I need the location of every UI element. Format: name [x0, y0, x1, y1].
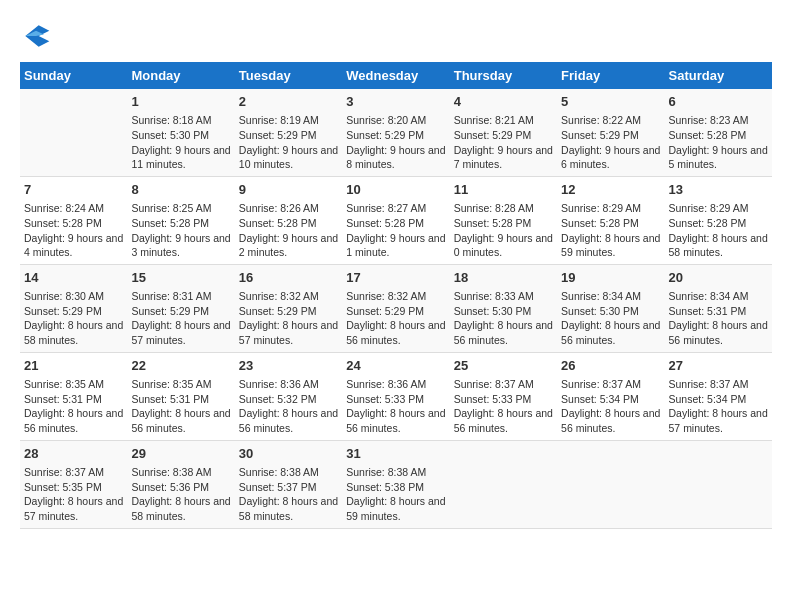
day-detail: Sunrise: 8:18 AMSunset: 5:30 PMDaylight:…: [131, 113, 230, 172]
logo: [20, 20, 54, 52]
day-number: 6: [669, 93, 768, 111]
day-detail: Sunrise: 8:24 AMSunset: 5:28 PMDaylight:…: [24, 201, 123, 260]
day-number: 22: [131, 357, 230, 375]
page-header: [20, 20, 772, 52]
day-detail: Sunrise: 8:31 AMSunset: 5:29 PMDaylight:…: [131, 289, 230, 348]
day-detail: Sunrise: 8:23 AMSunset: 5:28 PMDaylight:…: [669, 113, 768, 172]
day-number: 2: [239, 93, 338, 111]
calendar-cell: 30Sunrise: 8:38 AMSunset: 5:37 PMDayligh…: [235, 440, 342, 528]
day-detail: Sunrise: 8:37 AMSunset: 5:34 PMDaylight:…: [669, 377, 768, 436]
calendar-cell: 15Sunrise: 8:31 AMSunset: 5:29 PMDayligh…: [127, 264, 234, 352]
calendar-cell: 24Sunrise: 8:36 AMSunset: 5:33 PMDayligh…: [342, 352, 449, 440]
calendar-cell: 16Sunrise: 8:32 AMSunset: 5:29 PMDayligh…: [235, 264, 342, 352]
calendar-week-row: 1Sunrise: 8:18 AMSunset: 5:30 PMDaylight…: [20, 89, 772, 176]
day-detail: Sunrise: 8:35 AMSunset: 5:31 PMDaylight:…: [24, 377, 123, 436]
day-number: 26: [561, 357, 660, 375]
calendar-cell: [20, 89, 127, 176]
day-detail: Sunrise: 8:34 AMSunset: 5:30 PMDaylight:…: [561, 289, 660, 348]
calendar-cell: 10Sunrise: 8:27 AMSunset: 5:28 PMDayligh…: [342, 176, 449, 264]
calendar-cell: 27Sunrise: 8:37 AMSunset: 5:34 PMDayligh…: [665, 352, 772, 440]
calendar-cell: [557, 440, 664, 528]
calendar-week-row: 14Sunrise: 8:30 AMSunset: 5:29 PMDayligh…: [20, 264, 772, 352]
calendar-cell: 26Sunrise: 8:37 AMSunset: 5:34 PMDayligh…: [557, 352, 664, 440]
day-detail: Sunrise: 8:37 AMSunset: 5:33 PMDaylight:…: [454, 377, 553, 436]
weekday-header-monday: Monday: [127, 62, 234, 89]
calendar-cell: 6Sunrise: 8:23 AMSunset: 5:28 PMDaylight…: [665, 89, 772, 176]
day-detail: Sunrise: 8:38 AMSunset: 5:38 PMDaylight:…: [346, 465, 445, 524]
day-detail: Sunrise: 8:32 AMSunset: 5:29 PMDaylight:…: [346, 289, 445, 348]
day-number: 9: [239, 181, 338, 199]
day-detail: Sunrise: 8:38 AMSunset: 5:37 PMDaylight:…: [239, 465, 338, 524]
day-number: 4: [454, 93, 553, 111]
day-number: 3: [346, 93, 445, 111]
day-number: 31: [346, 445, 445, 463]
calendar-cell: 19Sunrise: 8:34 AMSunset: 5:30 PMDayligh…: [557, 264, 664, 352]
day-detail: Sunrise: 8:27 AMSunset: 5:28 PMDaylight:…: [346, 201, 445, 260]
calendar-week-row: 7Sunrise: 8:24 AMSunset: 5:28 PMDaylight…: [20, 176, 772, 264]
day-detail: Sunrise: 8:25 AMSunset: 5:28 PMDaylight:…: [131, 201, 230, 260]
weekday-header-sunday: Sunday: [20, 62, 127, 89]
day-number: 19: [561, 269, 660, 287]
calendar-cell: [665, 440, 772, 528]
day-number: 12: [561, 181, 660, 199]
day-number: 21: [24, 357, 123, 375]
day-detail: Sunrise: 8:33 AMSunset: 5:30 PMDaylight:…: [454, 289, 553, 348]
day-number: 10: [346, 181, 445, 199]
day-number: 8: [131, 181, 230, 199]
day-detail: Sunrise: 8:38 AMSunset: 5:36 PMDaylight:…: [131, 465, 230, 524]
day-number: 16: [239, 269, 338, 287]
calendar-cell: 1Sunrise: 8:18 AMSunset: 5:30 PMDaylight…: [127, 89, 234, 176]
day-detail: Sunrise: 8:26 AMSunset: 5:28 PMDaylight:…: [239, 201, 338, 260]
calendar-cell: 23Sunrise: 8:36 AMSunset: 5:32 PMDayligh…: [235, 352, 342, 440]
day-detail: Sunrise: 8:21 AMSunset: 5:29 PMDaylight:…: [454, 113, 553, 172]
calendar-cell: 21Sunrise: 8:35 AMSunset: 5:31 PMDayligh…: [20, 352, 127, 440]
calendar-table: SundayMondayTuesdayWednesdayThursdayFrid…: [20, 62, 772, 529]
calendar-cell: 9Sunrise: 8:26 AMSunset: 5:28 PMDaylight…: [235, 176, 342, 264]
calendar-cell: 3Sunrise: 8:20 AMSunset: 5:29 PMDaylight…: [342, 89, 449, 176]
calendar-cell: [450, 440, 557, 528]
day-number: 27: [669, 357, 768, 375]
day-number: 5: [561, 93, 660, 111]
weekday-header-row: SundayMondayTuesdayWednesdayThursdayFrid…: [20, 62, 772, 89]
day-detail: Sunrise: 8:20 AMSunset: 5:29 PMDaylight:…: [346, 113, 445, 172]
day-number: 18: [454, 269, 553, 287]
day-detail: Sunrise: 8:34 AMSunset: 5:31 PMDaylight:…: [669, 289, 768, 348]
day-number: 13: [669, 181, 768, 199]
day-number: 30: [239, 445, 338, 463]
calendar-cell: 28Sunrise: 8:37 AMSunset: 5:35 PMDayligh…: [20, 440, 127, 528]
calendar-cell: 5Sunrise: 8:22 AMSunset: 5:29 PMDaylight…: [557, 89, 664, 176]
day-detail: Sunrise: 8:37 AMSunset: 5:35 PMDaylight:…: [24, 465, 123, 524]
day-number: 20: [669, 269, 768, 287]
weekday-header-thursday: Thursday: [450, 62, 557, 89]
weekday-header-saturday: Saturday: [665, 62, 772, 89]
calendar-cell: 7Sunrise: 8:24 AMSunset: 5:28 PMDaylight…: [20, 176, 127, 264]
calendar-cell: 22Sunrise: 8:35 AMSunset: 5:31 PMDayligh…: [127, 352, 234, 440]
calendar-cell: 12Sunrise: 8:29 AMSunset: 5:28 PMDayligh…: [557, 176, 664, 264]
calendar-cell: 4Sunrise: 8:21 AMSunset: 5:29 PMDaylight…: [450, 89, 557, 176]
day-number: 17: [346, 269, 445, 287]
calendar-cell: 25Sunrise: 8:37 AMSunset: 5:33 PMDayligh…: [450, 352, 557, 440]
day-detail: Sunrise: 8:29 AMSunset: 5:28 PMDaylight:…: [561, 201, 660, 260]
calendar-cell: 11Sunrise: 8:28 AMSunset: 5:28 PMDayligh…: [450, 176, 557, 264]
day-detail: Sunrise: 8:32 AMSunset: 5:29 PMDaylight:…: [239, 289, 338, 348]
day-number: 29: [131, 445, 230, 463]
day-detail: Sunrise: 8:30 AMSunset: 5:29 PMDaylight:…: [24, 289, 123, 348]
calendar-cell: 8Sunrise: 8:25 AMSunset: 5:28 PMDaylight…: [127, 176, 234, 264]
calendar-week-row: 21Sunrise: 8:35 AMSunset: 5:31 PMDayligh…: [20, 352, 772, 440]
day-number: 14: [24, 269, 123, 287]
calendar-cell: 14Sunrise: 8:30 AMSunset: 5:29 PMDayligh…: [20, 264, 127, 352]
weekday-header-tuesday: Tuesday: [235, 62, 342, 89]
calendar-cell: 13Sunrise: 8:29 AMSunset: 5:28 PMDayligh…: [665, 176, 772, 264]
day-detail: Sunrise: 8:36 AMSunset: 5:32 PMDaylight:…: [239, 377, 338, 436]
calendar-cell: 20Sunrise: 8:34 AMSunset: 5:31 PMDayligh…: [665, 264, 772, 352]
day-number: 15: [131, 269, 230, 287]
calendar-cell: 18Sunrise: 8:33 AMSunset: 5:30 PMDayligh…: [450, 264, 557, 352]
weekday-header-friday: Friday: [557, 62, 664, 89]
logo-bird-icon: [20, 20, 52, 52]
calendar-week-row: 28Sunrise: 8:37 AMSunset: 5:35 PMDayligh…: [20, 440, 772, 528]
calendar-cell: 31Sunrise: 8:38 AMSunset: 5:38 PMDayligh…: [342, 440, 449, 528]
day-detail: Sunrise: 8:36 AMSunset: 5:33 PMDaylight:…: [346, 377, 445, 436]
day-number: 28: [24, 445, 123, 463]
day-detail: Sunrise: 8:29 AMSunset: 5:28 PMDaylight:…: [669, 201, 768, 260]
day-detail: Sunrise: 8:35 AMSunset: 5:31 PMDaylight:…: [131, 377, 230, 436]
